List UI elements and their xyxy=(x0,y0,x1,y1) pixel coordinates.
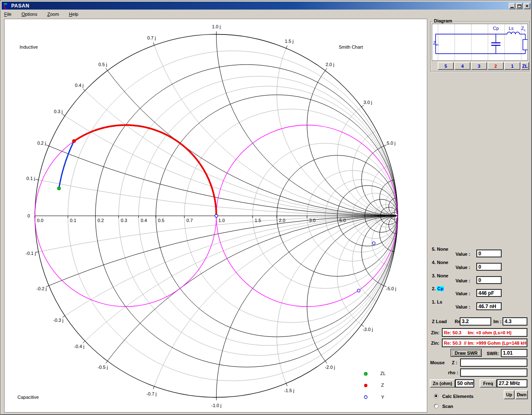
svg-text:-0.1 j: -0.1 j xyxy=(26,251,36,256)
svg-text:2.0 j: 2.0 j xyxy=(325,62,334,67)
svg-text:0.4: 0.4 xyxy=(140,218,147,223)
zin-parallel-readout: Re: 50.3 // Im: >999 Gohm (Lp=148 kH) xyxy=(442,338,527,347)
svg-text:-2.0 j: -2.0 j xyxy=(325,365,335,370)
element-value-input[interactable]: 0 xyxy=(476,249,502,257)
svg-text:0.2: 0.2 xyxy=(98,218,104,223)
chart-title: Smith Chart xyxy=(339,44,363,49)
svg-text:0: 0 xyxy=(27,213,30,218)
zload-im-input[interactable]: 4.3 xyxy=(502,317,527,326)
close-button[interactable]: ✕ xyxy=(524,3,530,9)
diagram-button-5[interactable]: 5 xyxy=(438,62,454,70)
svg-text:0.7: 0.7 xyxy=(186,218,192,223)
svg-text:2.0: 2.0 xyxy=(279,218,285,223)
swr-value[interactable]: 1.01 xyxy=(501,349,527,357)
element-value-label: Value : xyxy=(456,265,470,270)
svg-text:-0.7 j: -0.7 j xyxy=(146,391,156,396)
element-name: 5. None xyxy=(432,247,448,252)
svg-text:1.0: 1.0 xyxy=(219,218,225,223)
window-title: PASAN xyxy=(11,3,30,9)
legend-label-z: Z xyxy=(381,383,384,388)
zn-button[interactable]: Zn (ohm) xyxy=(430,379,455,388)
element-value-input[interactable]: 446 pF xyxy=(476,289,502,297)
svg-text:1.5 j: 1.5 j xyxy=(285,39,293,44)
calc-elements-label: Calc Elements xyxy=(442,394,473,399)
scan-label: Scan xyxy=(442,404,453,409)
svg-text:3.0: 3.0 xyxy=(309,218,315,223)
element-value-label: Value : xyxy=(456,304,470,309)
svg-text:0.7 j: 0.7 j xyxy=(147,35,156,40)
svg-text:-5.0 j: -5.0 j xyxy=(386,286,396,291)
element-name: 1. Ls xyxy=(432,299,442,304)
svg-text:-1.5 j: -1.5 j xyxy=(284,388,294,393)
title-bar[interactable]: PASAN xyxy=(2,2,531,10)
up-button[interactable]: Up xyxy=(504,390,515,399)
diagram-button-zl[interactable]: ZL xyxy=(521,62,529,70)
menu-item-help[interactable]: Help xyxy=(66,11,81,17)
ls-label: Ls xyxy=(509,26,514,31)
svg-text:-3.0 j: -3.0 j xyxy=(363,327,373,332)
diagram-button-1[interactable]: 1 xyxy=(504,62,520,70)
mouse-label: Mouse xyxy=(430,360,445,365)
svg-text:3.0 j: 3.0 j xyxy=(364,100,372,105)
swr-label: SWR: xyxy=(487,351,499,356)
mouse-z-label: Z : xyxy=(452,360,457,365)
diagram-button-4[interactable]: 4 xyxy=(454,62,470,70)
zload-label: Z Load xyxy=(432,319,447,324)
smith-chart[interactable]: 0.00.10.20.30.40.50.71.01.52.03.05.00.1 … xyxy=(5,19,427,412)
element-value-input[interactable]: 0 xyxy=(476,263,502,271)
svg-text:0.4 j: 0.4 j xyxy=(75,83,84,88)
cp-label: Cp xyxy=(493,26,499,31)
element-name: 4. None xyxy=(432,260,448,265)
svg-text:-1.0 j: -1.0 j xyxy=(211,403,221,408)
svg-text:-0.3 j: -0.3 j xyxy=(53,318,63,323)
calc-elements-radio[interactable] xyxy=(434,394,438,398)
svg-text:1.0 j: 1.0 j xyxy=(212,24,221,29)
menu-item-options[interactable]: Options xyxy=(19,11,40,17)
smith-chart-area: 0.00.10.20.30.40.50.71.01.52.03.05.00.1 … xyxy=(4,19,427,413)
capacitive-label: Capacitive xyxy=(17,395,39,400)
mouse-z-value xyxy=(460,358,527,367)
svg-text:0.3 j: 0.3 j xyxy=(54,109,63,114)
down-button[interactable]: Dwn xyxy=(515,390,528,399)
zn-value[interactable]: 50 ohm xyxy=(455,379,474,388)
zload-re-input[interactable]: 3.2 xyxy=(460,317,491,326)
inductive-label: Inductive xyxy=(20,44,38,49)
scan-radio[interactable] xyxy=(434,404,438,408)
legend-label-y: Y xyxy=(381,395,384,400)
element-value-label: Value : xyxy=(456,252,470,257)
zin-label: Zin xyxy=(433,40,438,47)
svg-text:0.5 j: 0.5 j xyxy=(99,62,107,67)
freq-button[interactable]: Freq xyxy=(480,379,497,388)
zin-series-readout: Re: 50.3 Im: +0 ohm (Ls=0 H) xyxy=(442,328,527,337)
circuit-panel: Zin Cp Ls ZL xyxy=(432,24,528,61)
svg-text:0.0: 0.0 xyxy=(37,218,43,223)
svg-text:0.5: 0.5 xyxy=(158,218,164,223)
svg-text:-0.5 j: -0.5 j xyxy=(98,365,108,370)
minimize-button[interactable] xyxy=(509,3,515,9)
diagram-button-3[interactable]: 3 xyxy=(471,62,487,70)
element-name: 3. None xyxy=(432,273,448,278)
svg-text:0.1 j: 0.1 j xyxy=(27,176,35,181)
maximize-button[interactable] xyxy=(516,3,522,9)
menu-item-file[interactable]: File xyxy=(2,11,14,17)
circuit-diagram: Zin Cp Ls ZL xyxy=(432,24,527,60)
legend-label-zl: ZL xyxy=(380,371,386,376)
diagram-title: Diagram xyxy=(433,18,453,23)
element-value-input[interactable]: 46.7 nH xyxy=(476,302,502,310)
zl-label: ZL xyxy=(521,26,526,32)
zin1-label: Zin: xyxy=(431,330,439,335)
diagram-button-2[interactable]: 2 xyxy=(488,62,504,70)
zload-im-label: Im : xyxy=(493,319,502,324)
element-name: 2. Cp xyxy=(432,286,444,291)
rho-label: rho : xyxy=(448,370,458,375)
menu-item-zoom[interactable]: Zoom xyxy=(45,11,62,17)
svg-text:1.5: 1.5 xyxy=(255,218,261,223)
svg-text:0.3: 0.3 xyxy=(121,218,127,223)
svg-text:5.0: 5.0 xyxy=(340,218,346,223)
element-value-label: Value : xyxy=(456,278,470,283)
zin2-label: Zin: xyxy=(431,341,439,346)
element-value-input[interactable]: 0 xyxy=(476,276,502,284)
draw-swr-button[interactable]: Draw SWR xyxy=(451,349,482,357)
menu-bar: FileOptionsZoomHelp xyxy=(2,10,531,18)
freq-value[interactable]: 27.2 MHz xyxy=(497,379,527,388)
